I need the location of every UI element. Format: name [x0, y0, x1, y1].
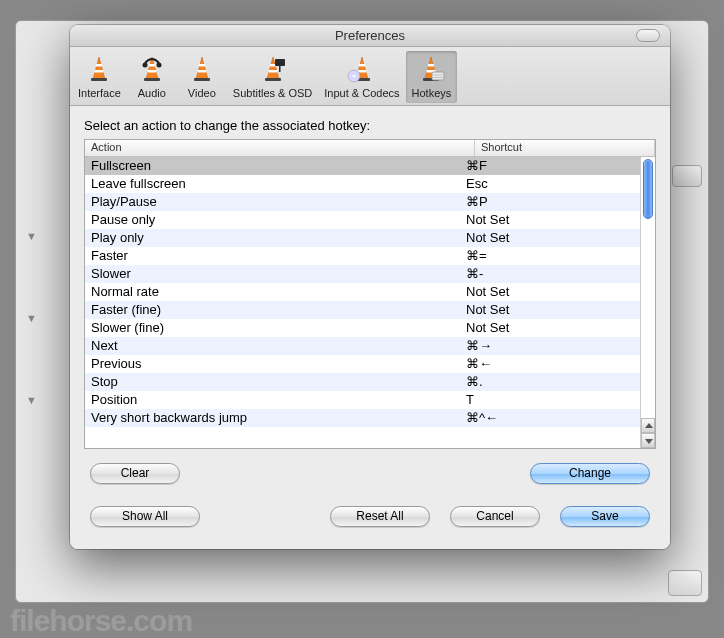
- preferences-window: Preferences Interface Audio Video Subtit…: [70, 25, 670, 549]
- table-row[interactable]: Leave fullscreen Esc: [85, 175, 640, 193]
- cell-action: Stop: [85, 373, 460, 391]
- svg-rect-30: [432, 72, 444, 80]
- svg-rect-11: [199, 64, 205, 67]
- svg-point-25: [353, 75, 356, 78]
- table-row[interactable]: [85, 427, 640, 445]
- bg-triangle-icon: ▼: [26, 394, 37, 406]
- toolbar-item-subtitles-osd[interactable]: Subtitles & OSD: [227, 51, 318, 103]
- cancel-button[interactable]: Cancel: [450, 506, 540, 527]
- column-header-shortcut[interactable]: Shortcut: [475, 140, 655, 156]
- svg-rect-18: [275, 59, 285, 66]
- svg-rect-2: [95, 70, 104, 73]
- bg-triangle-icon: ▼: [26, 230, 37, 242]
- cell-shortcut: ⌘.: [460, 373, 640, 391]
- cell-action: Leave fullscreen: [85, 175, 460, 193]
- table-row[interactable]: Stop ⌘.: [85, 373, 640, 391]
- cone-board-icon: [257, 53, 289, 87]
- table-row[interactable]: Fullscreen ⌘F: [85, 157, 640, 175]
- svg-rect-5: [149, 64, 155, 67]
- cell-shortcut: T: [460, 391, 640, 409]
- cell-action: Pause only: [85, 211, 460, 229]
- titlebar: Preferences: [70, 25, 670, 47]
- show-all-button[interactable]: Show All: [90, 506, 200, 527]
- table-row[interactable]: Very short backwards jump ⌘^←: [85, 409, 640, 427]
- scrollbar-thumb[interactable]: [643, 159, 653, 219]
- clear-button[interactable]: Clear: [90, 463, 180, 484]
- cell-shortcut: Not Set: [460, 301, 640, 319]
- table-header: Action Shortcut: [85, 140, 655, 157]
- table-row[interactable]: Position T: [85, 391, 640, 409]
- table-row[interactable]: Slower (fine) Not Set: [85, 319, 640, 337]
- cell-action: Faster: [85, 247, 460, 265]
- toolbar-item-input-codecs[interactable]: Input & Codecs: [318, 51, 405, 103]
- table-row[interactable]: Faster (fine) Not Set: [85, 301, 640, 319]
- table-row[interactable]: Slower ⌘-: [85, 265, 640, 283]
- svg-rect-6: [147, 70, 156, 73]
- table-row[interactable]: Play only Not Set: [85, 229, 640, 247]
- svg-marker-10: [196, 57, 208, 79]
- toolbar-item-audio[interactable]: Audio: [127, 51, 177, 103]
- bg-control: [668, 570, 702, 596]
- toolbar-item-label: Input & Codecs: [324, 87, 399, 99]
- column-header-action[interactable]: Action: [85, 140, 475, 156]
- cell-shortcut: ⌘←: [460, 355, 640, 373]
- svg-rect-3: [91, 78, 107, 81]
- toolbar-item-video[interactable]: Video: [177, 51, 227, 103]
- preferences-toolbar: Interface Audio Video Subtitles & OSD In…: [70, 47, 670, 106]
- cell-action: Normal rate: [85, 283, 460, 301]
- table-row[interactable]: Faster ⌘=: [85, 247, 640, 265]
- scrollbar-track[interactable]: [641, 157, 655, 418]
- table-row[interactable]: Next ⌘→: [85, 337, 640, 355]
- svg-point-8: [142, 63, 147, 68]
- cell-shortcut: ⌘^←: [460, 409, 640, 427]
- window-pill-button[interactable]: [636, 29, 660, 42]
- svg-rect-13: [194, 78, 210, 81]
- cell-shortcut: ⌘=: [460, 247, 640, 265]
- cell-action: Faster (fine): [85, 301, 460, 319]
- scroll-up-button[interactable]: [641, 418, 655, 433]
- instruction-label: Select an action to change the associate…: [84, 118, 656, 133]
- cell-action: Play only: [85, 229, 460, 247]
- cone-icon: [83, 53, 115, 87]
- table-body: Fullscreen ⌘F Leave fullscreen Esc Play/…: [85, 157, 640, 448]
- save-button[interactable]: Save: [560, 506, 650, 527]
- svg-rect-21: [359, 64, 365, 67]
- toolbar-item-hotkeys[interactable]: Hotkeys: [406, 51, 458, 103]
- table-row[interactable]: Previous ⌘←: [85, 355, 640, 373]
- scroll-down-button[interactable]: [641, 433, 655, 448]
- cell-shortcut: ⌘F: [460, 157, 640, 175]
- svg-rect-1: [96, 64, 102, 67]
- toolbar-item-label: Video: [188, 87, 216, 99]
- cell-action: Slower: [85, 265, 460, 283]
- table-row[interactable]: Play/Pause ⌘P: [85, 193, 640, 211]
- reset-all-button[interactable]: Reset All: [330, 506, 430, 527]
- cell-action: Position: [85, 391, 460, 409]
- table-row[interactable]: Pause only Not Set: [85, 211, 640, 229]
- svg-rect-19: [279, 66, 281, 72]
- spacer: [220, 506, 310, 527]
- cell-shortcut: Not Set: [460, 319, 640, 337]
- watermark-text: filehorse.com: [10, 604, 192, 638]
- cell-action: Very short backwards jump: [85, 409, 460, 427]
- vertical-scrollbar[interactable]: [640, 157, 655, 448]
- svg-rect-12: [197, 70, 206, 73]
- cell-shortcut: Esc: [460, 175, 640, 193]
- cell-action: Play/Pause: [85, 193, 460, 211]
- svg-rect-17: [265, 78, 281, 81]
- cell-shortcut: Not Set: [460, 283, 640, 301]
- button-row-1: Clear Change: [90, 463, 650, 484]
- cell-action: [85, 427, 460, 445]
- svg-marker-0: [93, 57, 105, 79]
- toolbar-item-interface[interactable]: Interface: [72, 51, 127, 103]
- svg-rect-7: [144, 78, 160, 81]
- cell-action: Next: [85, 337, 460, 355]
- cell-action: Fullscreen: [85, 157, 460, 175]
- table-row[interactable]: Normal rate Not Set: [85, 283, 640, 301]
- cell-shortcut: ⌘→: [460, 337, 640, 355]
- toolbar-item-label: Audio: [138, 87, 166, 99]
- window-title: Preferences: [335, 28, 405, 43]
- cone-headphones-icon: [136, 53, 168, 87]
- hotkey-table: Action Shortcut Fullscreen ⌘F Leave full…: [84, 139, 656, 449]
- button-row-2: Show All Reset All Cancel Save: [90, 506, 650, 527]
- change-button[interactable]: Change: [530, 463, 650, 484]
